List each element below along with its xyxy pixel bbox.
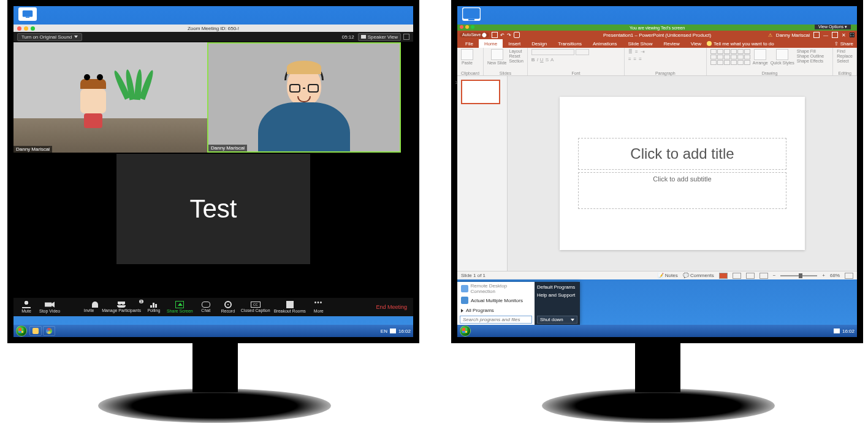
zoom-level[interactable]: 68% [830, 273, 840, 278]
taskbar-app[interactable] [43, 326, 55, 336]
start-menu-item[interactable]: Remote Desktop Connection [457, 282, 535, 295]
flag-icon[interactable] [390, 328, 396, 333]
tab-view[interactable]: View [685, 39, 707, 48]
language-indicator[interactable]: EN [381, 328, 387, 334]
breakout-rooms-button[interactable]: Breakout Rooms [274, 301, 306, 313]
system-tray[interactable]: EN 16:02 [381, 328, 411, 334]
maximize-button[interactable] [832, 32, 838, 38]
section-button[interactable]: Section [509, 59, 523, 63]
replace-button[interactable]: Replace [837, 54, 853, 58]
tab-insert[interactable]: Insert [503, 39, 526, 48]
view-options-button[interactable]: View Options ▾ [815, 25, 851, 29]
fit-to-window-button[interactable] [845, 273, 853, 279]
tab-transitions[interactable]: Transitions [552, 39, 587, 48]
start-right-item[interactable]: Default Programs [537, 283, 577, 291]
shutdown-button[interactable]: Shut down [537, 316, 577, 324]
pp-titlebar[interactable]: AutoSave ⬤ ↶ ↷ Presentation1 – PowerPoin… [457, 31, 857, 39]
polling-button[interactable]: Polling [145, 302, 163, 313]
zoom-slider[interactable] [780, 275, 817, 276]
indent-button[interactable]: ⇥ [641, 49, 645, 55]
manage-participants-button[interactable]: 3 Manage Participants [102, 302, 141, 313]
system-tray[interactable]: 16:02 [834, 328, 855, 334]
new-slide-button[interactable]: New Slide [487, 49, 507, 65]
align-left-button[interactable]: ≡ [628, 56, 631, 62]
maximize-icon[interactable] [471, 25, 474, 29]
close-button[interactable]: ✕ [842, 32, 846, 38]
paste-button[interactable]: Paste [461, 49, 473, 65]
reset-button[interactable]: Reset [509, 54, 523, 58]
minimize-icon[interactable] [465, 25, 469, 29]
zoom-out-button[interactable]: − [773, 273, 776, 278]
chat-button[interactable]: Chat [197, 302, 215, 313]
font-color-button[interactable]: A [550, 57, 554, 63]
arrange-button[interactable]: Arrange [753, 49, 768, 65]
zoom-maximize-icon[interactable]: ⛶ [850, 32, 855, 37]
tab-review[interactable]: Review [658, 39, 685, 48]
close-icon[interactable] [460, 25, 463, 29]
tab-file[interactable]: File [460, 39, 479, 48]
mute-button[interactable]: Mute [17, 301, 36, 313]
tab-animations[interactable]: Animations [587, 39, 623, 48]
shapes-gallery[interactable] [710, 49, 750, 65]
video-tile[interactable]: Danny Mariscal [13, 42, 207, 153]
sorter-view-button[interactable] [733, 273, 741, 279]
start-button[interactable] [460, 325, 471, 336]
taskbar-app[interactable] [29, 326, 42, 336]
slide-canvas[interactable]: Click to add title Click to add subtitle [508, 76, 857, 271]
flag-icon[interactable] [834, 328, 840, 333]
record-button[interactable]: Record [219, 301, 237, 313]
underline-button[interactable]: U [540, 57, 544, 63]
start-button[interactable] [16, 325, 27, 336]
numbering-button[interactable]: ≡ [635, 49, 638, 55]
slide-thumbnails[interactable]: 1 [457, 76, 508, 271]
tab-home[interactable]: Home [479, 39, 503, 48]
quick-styles-button[interactable]: Quick Styles [771, 49, 794, 65]
taskbar-right[interactable]: 16:02 [457, 325, 857, 337]
italic-button[interactable]: I [537, 57, 538, 63]
start-search-input[interactable] [460, 316, 532, 324]
shape-effects-button[interactable]: Shape Effects [797, 59, 824, 63]
notes-button[interactable]: 📝 Notes [658, 273, 678, 278]
find-button[interactable]: Find [837, 49, 853, 53]
select-button[interactable]: Select [837, 59, 853, 63]
align-right-button[interactable]: ≡ [639, 56, 642, 62]
layout-button[interactable]: Layout [509, 49, 523, 53]
share-screen-button[interactable]: Share Screen [167, 301, 193, 313]
start-right-item[interactable]: Help and Support [537, 291, 577, 299]
zoom-in-button[interactable]: + [822, 273, 825, 278]
bold-button[interactable]: B [531, 57, 535, 63]
share-button[interactable]: ⇪ Share [831, 41, 857, 47]
shape-outline-button[interactable]: Shape Outline [797, 54, 824, 58]
clock[interactable]: 16:02 [842, 328, 855, 334]
slide[interactable]: Click to add title Click to add subtitle [560, 97, 805, 250]
original-sound-toggle[interactable]: Turn on Original Sound [17, 33, 82, 41]
clock[interactable]: 16:02 [398, 328, 411, 334]
tab-design[interactable]: Design [526, 39, 552, 48]
title-placeholder[interactable]: Click to add title [578, 138, 786, 170]
minimize-button[interactable]: — [823, 32, 828, 38]
all-programs-button[interactable]: All Programs [457, 306, 535, 314]
strike-button[interactable]: S [546, 57, 549, 63]
pp-user-name[interactable]: Danny Mariscal [776, 32, 810, 38]
comments-button[interactable]: 💬 Comments [683, 273, 714, 278]
stop-video-button[interactable]: Stop Video [39, 301, 60, 313]
closed-caption-button[interactable]: CC Closed Caption [241, 302, 270, 313]
end-meeting-button[interactable]: End Meeting [376, 304, 407, 310]
more-button[interactable]: ••• More [310, 301, 328, 313]
video-tile-active[interactable]: Danny Mariscal [207, 42, 401, 153]
shape-fill-button[interactable]: Shape Fill [797, 49, 824, 53]
tell-me-search[interactable]: Tell me what you want to do [707, 41, 774, 47]
zoom-titlebar[interactable]: Zoom Meeting ID: 650-! [13, 25, 413, 32]
start-menu[interactable]: Remote Desktop Connection Actual Multipl… [457, 282, 580, 325]
shared-content-tile[interactable]: Test [116, 154, 310, 264]
bullets-button[interactable]: ≣ [628, 49, 633, 55]
font-size-dropdown[interactable] [576, 49, 589, 55]
slide-thumbnail[interactable] [461, 80, 500, 104]
speaker-view-button[interactable]: Speaker View [358, 33, 401, 41]
slideshow-view-button[interactable] [760, 273, 768, 279]
ribbon-options-icon[interactable] [813, 32, 820, 38]
taskbar-left[interactable]: EN 16:02 [13, 325, 413, 337]
tab-slideshow[interactable]: Slide Show [623, 39, 658, 48]
reading-view-button[interactable] [746, 273, 755, 279]
font-name-dropdown[interactable] [531, 49, 574, 55]
